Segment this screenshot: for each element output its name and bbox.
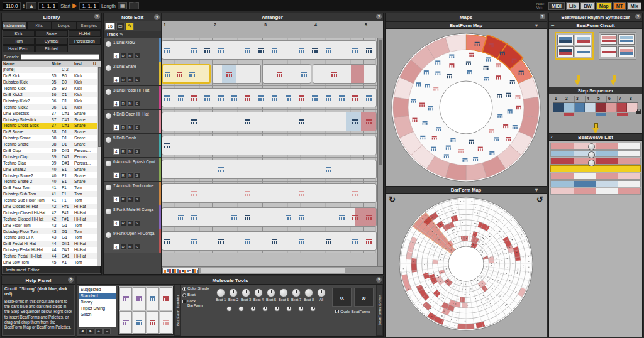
knob-icon[interactable] (229, 288, 238, 297)
arranger-clip[interactable] (162, 231, 377, 251)
pencil-tool-button[interactable]: ✎ (126, 23, 134, 30)
track-row[interactable]: 9 Funk Open Hi Conga4RMS (104, 229, 161, 253)
arranger-lane[interactable] (162, 38, 377, 62)
start-position-field[interactable]: 1. 1. 1 (38, 2, 58, 10)
beatweave-row[interactable] (550, 165, 641, 172)
library-row[interactable]: Techno Sub Floor Tom41F1Tom (2, 197, 98, 204)
track-s-button[interactable]: S (134, 172, 140, 178)
category-snare[interactable]: Snare (35, 30, 67, 37)
library-row[interactable]: DnB Snare240E1Snare (2, 166, 98, 172)
tab-samples[interactable]: Samples (77, 21, 102, 30)
arranger-clip[interactable] (162, 112, 377, 131)
track-value-field[interactable]: 4 (113, 172, 119, 178)
track-knob[interactable] (105, 112, 112, 119)
category-hihat[interactable]: Hi-Hat (69, 30, 101, 37)
arranger-lane[interactable] (162, 62, 377, 86)
arranger-clip[interactable] (162, 88, 377, 107)
shifter-knob[interactable] (298, 306, 304, 312)
zoom-out-button[interactable]: − (103, 328, 111, 334)
lock-icon[interactable] (129, 2, 139, 9)
library-row[interactable]: Techno Kick236C1Kick (2, 104, 98, 110)
library-row[interactable]: DnB Kick236C1Kick (2, 92, 98, 98)
track-s-button[interactable]: S (134, 77, 140, 83)
back-chevron-icon[interactable]: ‹ (551, 134, 553, 140)
track-m-button[interactable]: M (127, 53, 133, 59)
library-row[interactable]: DnB Fuzz Tom41F1Tom (2, 185, 98, 191)
tempo-display[interactable]: 110.0 (3, 2, 21, 10)
track-s-button[interactable]: S (134, 220, 140, 226)
library-row[interactable]: Techno Kick35B0Kick (2, 85, 98, 92)
tab-loops[interactable]: Loops (52, 21, 77, 30)
circuit-cell[interactable] (601, 34, 617, 45)
note-edit-help-icon[interactable]: ? (154, 14, 160, 20)
step-cell[interactable] (617, 103, 628, 112)
library-row[interactable]: Dubstep Sidestick37C#1Snare (2, 116, 98, 123)
zoom-in-button[interactable]: + (95, 328, 103, 334)
track-knob[interactable] (105, 184, 112, 191)
circuit-group[interactable] (555, 32, 594, 60)
arranger-ruler[interactable]: 12345 (162, 21, 383, 38)
beat-knob-beat4[interactable]: Beat 4 (252, 288, 265, 302)
beatform-map-collapse-icon[interactable]: ▾ (535, 23, 538, 28)
category-tom[interactable]: Tom (3, 38, 35, 45)
library-row[interactable]: DnB Sidestick37C#1Snare (2, 110, 98, 116)
track-s-button[interactable]: S (134, 53, 140, 59)
library-row[interactable]: DnB Low Tom45A1Tom (2, 259, 98, 266)
shift-left-button[interactable]: « (332, 288, 352, 307)
cycle-beatforms-checkbox[interactable]: ✓ Cycle BeatForms (335, 309, 370, 313)
category-handperc[interactable]: Hand Perc. (3, 45, 35, 52)
track-knob[interactable] (105, 232, 112, 239)
list-right-arrow-button[interactable]: ▸ (87, 328, 94, 334)
beatweave-row[interactable] (550, 150, 641, 157)
beat-knob-beat6[interactable]: Beat 6 (277, 288, 290, 302)
preview-cell[interactable] (133, 311, 145, 334)
tab-instruments[interactable]: Instruments (2, 21, 27, 30)
circuit-cell[interactable] (618, 34, 635, 45)
track-value-field[interactable]: 4 (113, 77, 119, 83)
library-row[interactable]: Dubstep Floor Tom43G1Tom (2, 228, 98, 234)
track-value-field[interactable]: 4 (113, 124, 119, 131)
topbar-button-map[interactable]: Map (596, 2, 612, 10)
step-cell[interactable] (585, 103, 596, 112)
preview-cell[interactable] (133, 287, 145, 310)
shifter-knob[interactable] (226, 306, 232, 312)
beat-knob-beat1[interactable]: Beat 1 (214, 288, 227, 302)
molecule-list-item-standard[interactable]: Standard (79, 293, 116, 299)
shift-right-button[interactable]: » (354, 288, 374, 307)
shifter-knob[interactable] (286, 306, 292, 312)
track-s-button[interactable]: S (134, 244, 140, 250)
track-row[interactable]: 2 DnB Snare4RMS (104, 62, 161, 86)
track-r-button[interactable]: R (120, 172, 126, 178)
molecule-list-item-suggested[interactable]: Suggested (79, 286, 116, 293)
track-m-button[interactable]: M (127, 220, 133, 226)
arranger-clip[interactable] (262, 64, 311, 84)
arranger-clip[interactable] (162, 207, 377, 227)
arranger-hscroll-thumb[interactable] (201, 268, 345, 273)
track-value-field[interactable]: 4 (113, 53, 119, 59)
track-m-button[interactable]: M (127, 172, 133, 178)
library-row[interactable]: Dubstep Clap39D#1Percus... (2, 153, 98, 160)
preview-cell[interactable] (160, 287, 172, 310)
category-pitched[interactable]: Pitched (35, 45, 67, 52)
track-row[interactable]: 4 DnB Open Hi_Hat4RMS (104, 110, 161, 134)
circuit-group[interactable] (599, 32, 636, 60)
color-shade-radio[interactable]: Color Shade (182, 286, 211, 291)
barform-map-area[interactable]: ↻ ↺ (386, 194, 547, 337)
preview-cell[interactable] (119, 287, 132, 310)
step-cell[interactable] (553, 103, 564, 112)
track-s-button[interactable]: S (134, 124, 140, 131)
arranger-help-icon[interactable]: ? (376, 14, 382, 19)
shifter-knob[interactable] (274, 306, 280, 312)
track-m-button[interactable]: M (127, 101, 133, 107)
track-knob[interactable] (105, 65, 112, 72)
library-row[interactable]: Techno Snare 240E1Snare (2, 178, 98, 185)
track-value-field[interactable]: 4 (113, 220, 119, 226)
library-row[interactable]: Dubstep Sub Tom41F1Tom (2, 191, 98, 197)
library-row[interactable]: DnB Snare38D1Snare (2, 129, 98, 135)
track-knob[interactable] (105, 160, 112, 167)
category-cymbal[interactable]: Cymbal (35, 38, 67, 45)
step-cell[interactable] (606, 103, 617, 112)
arranger-clip[interactable] (162, 160, 377, 179)
arranger-clip[interactable] (162, 40, 377, 60)
library-row[interactable]: Techno Pedal Hi-Hat44G#1Hi-Hat (2, 253, 98, 259)
